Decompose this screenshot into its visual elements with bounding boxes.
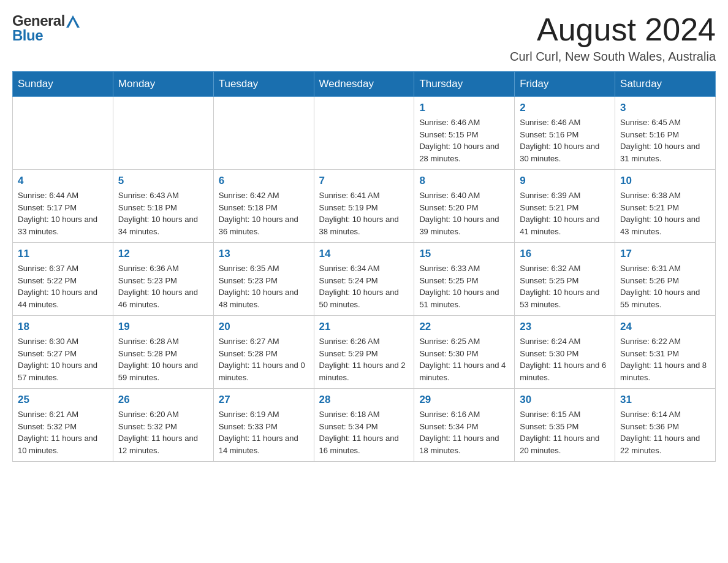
calendar-cell: 12Sunrise: 6:36 AMSunset: 5:23 PMDayligh… — [113, 243, 213, 316]
calendar-cell: 29Sunrise: 6:16 AMSunset: 5:34 PMDayligh… — [414, 389, 515, 462]
day-info: Sunrise: 6:19 AMSunset: 5:33 PMDaylight:… — [219, 408, 309, 456]
day-info: Sunrise: 6:37 AMSunset: 5:22 PMDaylight:… — [18, 262, 108, 310]
calendar-cell: 24Sunrise: 6:22 AMSunset: 5:31 PMDayligh… — [615, 316, 716, 389]
calendar-cell: 2Sunrise: 6:46 AMSunset: 5:16 PMDaylight… — [515, 97, 615, 170]
calendar-table: SundayMondayTuesdayWednesdayThursdayFrid… — [12, 71, 716, 462]
calendar-cell: 1Sunrise: 6:46 AMSunset: 5:15 PMDaylight… — [414, 97, 515, 170]
day-info: Sunrise: 6:40 AMSunset: 5:20 PMDaylight:… — [419, 190, 509, 237]
calendar-week-row: 4Sunrise: 6:44 AMSunset: 5:17 PMDaylight… — [13, 170, 716, 243]
day-number: 11 — [18, 248, 108, 260]
day-info: Sunrise: 6:25 AMSunset: 5:30 PMDaylight:… — [419, 335, 509, 383]
day-number: 22 — [419, 321, 509, 333]
day-info: Sunrise: 6:45 AMSunset: 5:16 PMDaylight:… — [620, 117, 710, 164]
day-info: Sunrise: 6:36 AMSunset: 5:23 PMDaylight:… — [118, 262, 208, 310]
day-number: 21 — [319, 321, 409, 333]
calendar-cell: 16Sunrise: 6:32 AMSunset: 5:25 PMDayligh… — [515, 243, 615, 316]
calendar-day-header: Sunday — [13, 72, 113, 97]
day-number: 17 — [620, 248, 710, 260]
day-info: Sunrise: 6:44 AMSunset: 5:17 PMDaylight:… — [18, 190, 108, 237]
day-info: Sunrise: 6:34 AMSunset: 5:24 PMDaylight:… — [319, 262, 409, 310]
calendar-cell: 5Sunrise: 6:43 AMSunset: 5:18 PMDaylight… — [113, 170, 213, 243]
day-info: Sunrise: 6:22 AMSunset: 5:31 PMDaylight:… — [620, 335, 710, 383]
calendar-cell: 18Sunrise: 6:30 AMSunset: 5:27 PMDayligh… — [13, 316, 113, 389]
calendar-day-header: Saturday — [615, 72, 716, 97]
day-number: 15 — [419, 248, 509, 260]
day-info: Sunrise: 6:43 AMSunset: 5:18 PMDaylight:… — [118, 190, 208, 237]
calendar-day-header: Wednesday — [314, 72, 414, 97]
day-info: Sunrise: 6:46 AMSunset: 5:16 PMDaylight:… — [520, 117, 610, 164]
calendar-cell: 14Sunrise: 6:34 AMSunset: 5:24 PMDayligh… — [314, 243, 414, 316]
day-number: 3 — [620, 102, 710, 114]
day-number: 19 — [118, 321, 208, 333]
day-info: Sunrise: 6:46 AMSunset: 5:15 PMDaylight:… — [419, 117, 509, 164]
calendar-cell: 7Sunrise: 6:41 AMSunset: 5:19 PMDaylight… — [314, 170, 414, 243]
day-number: 7 — [319, 175, 409, 187]
calendar-cell: 6Sunrise: 6:42 AMSunset: 5:18 PMDaylight… — [213, 170, 314, 243]
calendar-cell: 13Sunrise: 6:35 AMSunset: 5:23 PMDayligh… — [213, 243, 314, 316]
day-number: 23 — [520, 321, 610, 333]
day-number: 27 — [219, 394, 309, 406]
calendar-cell: 26Sunrise: 6:20 AMSunset: 5:32 PMDayligh… — [113, 389, 213, 462]
calendar-cell: 4Sunrise: 6:44 AMSunset: 5:17 PMDaylight… — [13, 170, 113, 243]
calendar-cell: 11Sunrise: 6:37 AMSunset: 5:22 PMDayligh… — [13, 243, 113, 316]
day-number: 8 — [419, 175, 509, 187]
day-number: 18 — [18, 321, 108, 333]
logo-triangle-icon — [66, 15, 80, 28]
day-number: 4 — [18, 175, 108, 187]
page-header: General Blue August 2024 Curl Curl, New … — [12, 12, 716, 64]
day-number: 30 — [520, 394, 610, 406]
calendar-header-row: SundayMondayTuesdayWednesdayThursdayFrid… — [13, 72, 716, 97]
calendar-cell: 8Sunrise: 6:40 AMSunset: 5:20 PMDaylight… — [414, 170, 515, 243]
day-number: 13 — [219, 248, 309, 260]
calendar-cell: 9Sunrise: 6:39 AMSunset: 5:21 PMDaylight… — [515, 170, 615, 243]
day-info: Sunrise: 6:18 AMSunset: 5:34 PMDaylight:… — [319, 408, 409, 456]
day-info: Sunrise: 6:39 AMSunset: 5:21 PMDaylight:… — [520, 190, 610, 237]
day-info: Sunrise: 6:20 AMSunset: 5:32 PMDaylight:… — [118, 408, 208, 456]
day-number: 20 — [219, 321, 309, 333]
day-info: Sunrise: 6:38 AMSunset: 5:21 PMDaylight:… — [620, 190, 710, 237]
day-info: Sunrise: 6:31 AMSunset: 5:26 PMDaylight:… — [620, 262, 710, 310]
day-info: Sunrise: 6:30 AMSunset: 5:27 PMDaylight:… — [18, 335, 108, 383]
logo: General Blue — [12, 12, 80, 44]
day-info: Sunrise: 6:41 AMSunset: 5:19 PMDaylight:… — [319, 190, 409, 237]
calendar-week-row: 1Sunrise: 6:46 AMSunset: 5:15 PMDaylight… — [13, 97, 716, 170]
day-number: 9 — [520, 175, 610, 187]
day-number: 2 — [520, 102, 610, 114]
calendar-subtitle: Curl Curl, New South Wales, Australia — [510, 50, 716, 64]
calendar-cell: 15Sunrise: 6:33 AMSunset: 5:25 PMDayligh… — [414, 243, 515, 316]
calendar-title: August 2024 — [510, 12, 716, 47]
day-info: Sunrise: 6:28 AMSunset: 5:28 PMDaylight:… — [118, 335, 208, 383]
calendar-cell — [13, 97, 113, 170]
calendar-cell: 17Sunrise: 6:31 AMSunset: 5:26 PMDayligh… — [615, 243, 716, 316]
calendar-cell: 21Sunrise: 6:26 AMSunset: 5:29 PMDayligh… — [314, 316, 414, 389]
day-number: 24 — [620, 321, 710, 333]
calendar-week-row: 11Sunrise: 6:37 AMSunset: 5:22 PMDayligh… — [13, 243, 716, 316]
day-number: 29 — [419, 394, 509, 406]
calendar-cell: 3Sunrise: 6:45 AMSunset: 5:16 PMDaylight… — [615, 97, 716, 170]
day-info: Sunrise: 6:27 AMSunset: 5:28 PMDaylight:… — [219, 335, 309, 383]
calendar-cell: 27Sunrise: 6:19 AMSunset: 5:33 PMDayligh… — [213, 389, 314, 462]
calendar-day-header: Monday — [113, 72, 213, 97]
calendar-cell: 19Sunrise: 6:28 AMSunset: 5:28 PMDayligh… — [113, 316, 213, 389]
calendar-cell: 22Sunrise: 6:25 AMSunset: 5:30 PMDayligh… — [414, 316, 515, 389]
day-info: Sunrise: 6:16 AMSunset: 5:34 PMDaylight:… — [419, 408, 509, 456]
day-number: 12 — [118, 248, 208, 260]
calendar-day-header: Thursday — [414, 72, 515, 97]
calendar-cell: 10Sunrise: 6:38 AMSunset: 5:21 PMDayligh… — [615, 170, 716, 243]
logo-blue-text: Blue — [12, 27, 43, 44]
day-number: 14 — [319, 248, 409, 260]
day-number: 6 — [219, 175, 309, 187]
day-number: 26 — [118, 394, 208, 406]
day-number: 16 — [520, 248, 610, 260]
calendar-cell — [113, 97, 213, 170]
calendar-cell — [213, 97, 314, 170]
calendar-cell: 30Sunrise: 6:15 AMSunset: 5:35 PMDayligh… — [515, 389, 615, 462]
calendar-cell: 31Sunrise: 6:14 AMSunset: 5:36 PMDayligh… — [615, 389, 716, 462]
calendar-cell: 23Sunrise: 6:24 AMSunset: 5:30 PMDayligh… — [515, 316, 615, 389]
day-info: Sunrise: 6:14 AMSunset: 5:36 PMDaylight:… — [620, 408, 710, 456]
day-number: 25 — [18, 394, 108, 406]
calendar-week-row: 18Sunrise: 6:30 AMSunset: 5:27 PMDayligh… — [13, 316, 716, 389]
calendar-cell — [314, 97, 414, 170]
day-info: Sunrise: 6:32 AMSunset: 5:25 PMDaylight:… — [520, 262, 610, 310]
day-number: 10 — [620, 175, 710, 187]
